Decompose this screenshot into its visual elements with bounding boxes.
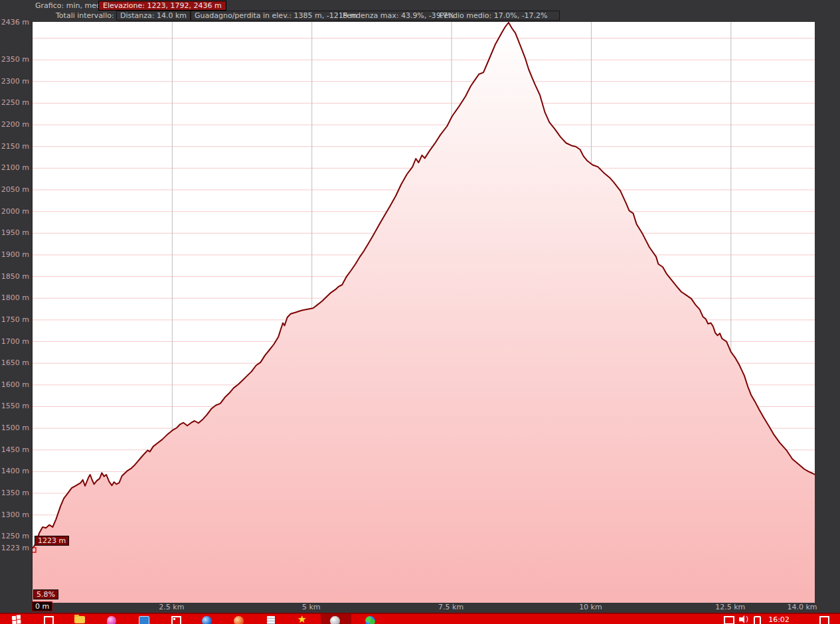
y-tick-label: 1800 m xyxy=(0,293,29,302)
distance-stat-box: Distanza: 14.0 km xyxy=(116,11,191,21)
y-tick-label: 1300 m xyxy=(0,510,29,519)
avg-slope-stat-box: Pendio medio: 17.0%, -17.2% xyxy=(436,11,560,21)
y-tick-label: 1500 m xyxy=(0,424,29,432)
y-tick-label: 2150 m xyxy=(0,142,29,151)
y-tick-label: 2050 m xyxy=(0,185,29,194)
elevation-stats-badge: Elevazione: 1223, 1792, 2436 m xyxy=(98,1,226,11)
x-tick-label: 2.5 km xyxy=(148,603,195,611)
star-icon[interactable]: ★ xyxy=(297,615,306,624)
y-tick-label: 2350 m xyxy=(0,55,29,64)
y-tick-label: 1900 m xyxy=(0,250,29,259)
paint-icon[interactable] xyxy=(107,616,116,624)
x-tick-label: 14.0 km xyxy=(779,603,825,611)
pinned-app-icon[interactable] xyxy=(171,616,181,624)
volume-icon[interactable] xyxy=(739,617,742,621)
x-tick-label: 5 km xyxy=(288,603,335,611)
y-tick-label: 1850 m xyxy=(0,272,29,281)
y-tick-label: 2300 m xyxy=(0,77,29,86)
globe-icon[interactable] xyxy=(365,616,375,624)
y-tick-label: 1223 m xyxy=(0,544,29,552)
monitor-icon[interactable] xyxy=(724,616,734,624)
max-slope-stat-box: Pendenza max: 43.9%, -39.7% xyxy=(339,11,436,21)
x-tick-label: 12.5 km xyxy=(707,603,754,611)
taskbar-clock[interactable]: 16:02 xyxy=(764,615,794,624)
x-tick-label: 7.5 km xyxy=(428,603,474,611)
y-tick-label: 1950 m xyxy=(0,228,29,237)
phone-icon[interactable] xyxy=(754,616,761,624)
y-tick-label: 1650 m xyxy=(0,358,29,367)
y-tick-label: 2100 m xyxy=(0,163,29,172)
app-window: Grafico: min, med, max Elevazione: 1223,… xyxy=(0,0,840,624)
y-tick-label: 1350 m xyxy=(0,489,29,497)
task-view-icon[interactable] xyxy=(44,616,54,624)
cursor-distance-badge: 0 m xyxy=(32,601,52,611)
cursor-grade-badge: 5.8% xyxy=(33,589,58,599)
gain-loss-stat-box: Guadagno/perdita in elev.: 1385 m, -1215… xyxy=(191,11,339,21)
show-desktop-icon[interactable] xyxy=(819,616,829,624)
cursor-elevation-badge: 1223 m xyxy=(35,536,69,546)
y-tick-label: 1250 m xyxy=(0,532,29,540)
file-explorer-icon[interactable] xyxy=(74,616,85,623)
photos-icon[interactable] xyxy=(139,616,149,624)
y-tick-label: 1450 m xyxy=(0,445,29,454)
y-tick-label: 2000 m xyxy=(0,207,29,216)
y-tick-label: 1550 m xyxy=(0,402,29,410)
y-tick-label: 2250 m xyxy=(0,98,29,107)
active-gps-app-icon[interactable] xyxy=(330,616,340,624)
browser-icon[interactable] xyxy=(202,616,212,624)
x-tick-label: 10 km xyxy=(567,603,614,611)
chart-stats-header: Grafico: min, med, max Elevazione: 1223,… xyxy=(0,0,840,22)
y-tick-label: 1750 m xyxy=(0,315,29,324)
start-icon[interactable] xyxy=(12,616,16,620)
notepad-icon[interactable] xyxy=(267,616,275,624)
taskbar: ★ 16:02 xyxy=(0,613,840,624)
y-tick-label: 1600 m xyxy=(0,380,29,389)
y-tick-label: 2436 m xyxy=(0,18,29,27)
firefox-icon[interactable] xyxy=(234,616,244,624)
interval-totals-label: Totali intervallo: xyxy=(56,11,114,20)
elevation-profile-plot[interactable] xyxy=(32,22,815,603)
y-tick-label: 1700 m xyxy=(0,337,29,346)
y-tick-label: 1400 m xyxy=(0,467,29,475)
y-tick-label: 2200 m xyxy=(0,120,29,129)
